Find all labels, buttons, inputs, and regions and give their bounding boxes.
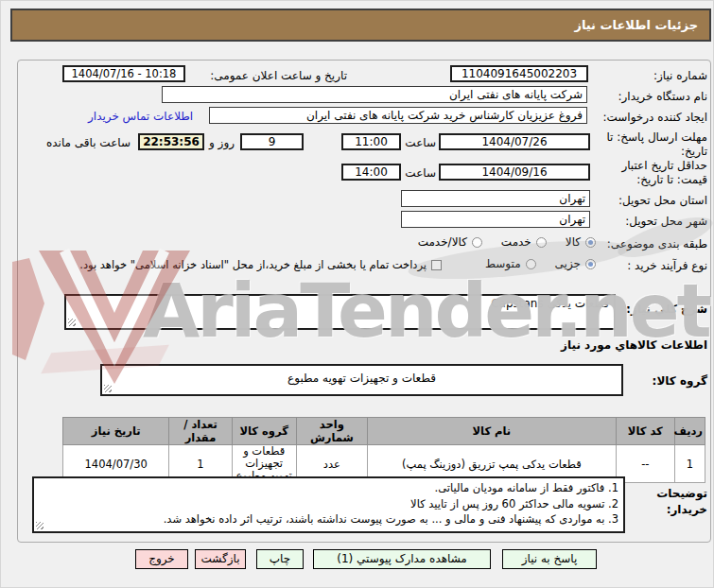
exit-button[interactable]: خروج <box>135 549 188 569</box>
resize-grip-icon[interactable] <box>36 522 44 529</box>
buyer-notes-textarea[interactable]: 1. فاکتور فقط از سامانه مودیان مالیاتی. … <box>32 476 625 533</box>
deadline-hour-label: ساعت <box>405 135 436 150</box>
delivery-city-field[interactable]: تهران <box>401 211 590 228</box>
price-validity-date-field[interactable]: 1404/09/16 <box>439 164 590 181</box>
days-remaining-field[interactable]: 9 <box>240 133 304 150</box>
process-type-radio-group: جزیی متوسط <box>485 256 596 271</box>
buyer-notes-label: توضیحات خریدار: <box>643 486 707 518</box>
goods-group-label: گروه کالا: <box>653 373 707 389</box>
buyer-org-field[interactable]: شرکت پایانه های نفتی ایران <box>162 86 587 103</box>
need-description-textarea[interactable]: قطعات یدکی Capstans <box>64 294 616 330</box>
radio-selected-icon[interactable] <box>585 259 596 269</box>
radio-icon[interactable] <box>536 237 547 248</box>
radio-label: متوسط <box>485 256 521 271</box>
announce-datetime-field[interactable]: 1404/07/16 - 10:18 <box>62 65 185 82</box>
col-header-row-number: ردیف <box>674 418 705 445</box>
goods-section-title: اطلاعات کالاهاي مورد نیاز <box>561 337 707 353</box>
treasury-payment-checkbox-row: پرداخت تمام یا بخشی از مبلغ خرید،از محل … <box>79 257 442 272</box>
tender-details-page: جزئیات اطلاعات نیاز شماره نیاز: 11040916… <box>0 0 714 588</box>
page-title: جزئیات اطلاعات نیاز <box>10 9 711 42</box>
buyer-org-label: نام دستگاه خریدار: <box>618 89 708 104</box>
response-deadline-time-field[interactable]: 11:00 <box>341 133 401 150</box>
radio-option-goods-service[interactable]: کالا/خدمت <box>418 234 482 250</box>
col-header-unit: واحد شمارش <box>296 418 367 445</box>
need-description-value: قطعات یدکی Capstans <box>71 297 609 310</box>
radio-label: جزیی <box>555 256 581 271</box>
delivery-city-label: شهر محل تحویل: <box>625 214 707 229</box>
respond-to-need-button[interactable]: پاسخ به نیاز <box>502 549 597 569</box>
radio-label: کالا <box>566 234 581 250</box>
classification-radio-group: کالا خدمت کالا/خدمت <box>418 234 596 250</box>
goods-group-textarea[interactable]: قطعات و تجهیزات تهویه مطبوع <box>100 364 623 396</box>
classification-label: طبقه بندی موضوعی: <box>607 236 707 251</box>
buyer-contact-link[interactable]: اطلاعات تماس خریدار <box>88 109 193 124</box>
goods-group-value: قطعات و تجهیزات تهویه مطبوع <box>107 367 617 385</box>
radio-icon[interactable] <box>526 259 536 269</box>
radio-option-medium[interactable]: متوسط <box>485 256 536 271</box>
process-type-label: نوع فرآیند خرید : <box>627 258 707 273</box>
cell-row-number: 1 <box>674 445 705 483</box>
radio-option-goods[interactable]: کالا <box>566 234 596 250</box>
resize-grip-icon[interactable] <box>68 319 76 326</box>
price-validity-time-field[interactable]: 14:00 <box>341 164 401 181</box>
resize-grip-icon[interactable] <box>104 385 112 392</box>
goods-table: ردیف کد کالا نام کالا واحد شمارش گروه کا… <box>62 417 705 483</box>
radio-option-service[interactable]: خدمت <box>501 234 547 250</box>
radio-label: خدمت <box>501 234 531 250</box>
request-creator-label: ایجاد کننده درخواست: <box>602 110 707 125</box>
response-deadline-label: مهلت ارسال پاسخ: تا تاریخ: <box>592 130 707 159</box>
need-number-field[interactable]: 1104091645002203 <box>450 65 588 82</box>
radio-selected-icon[interactable] <box>585 237 596 248</box>
radio-option-minor[interactable]: جزیی <box>555 256 596 271</box>
need-number-label: شماره نیاز: <box>653 68 707 83</box>
col-header-goods-name: نام کالا <box>367 418 616 445</box>
countdown-timer: 22:53:56 <box>138 133 204 150</box>
days-and-label: روز و <box>209 135 235 150</box>
request-creator-field[interactable]: فروغ عزیزیان کارشناس خرید شرکت پایانه ها… <box>209 107 587 124</box>
back-button[interactable]: بازگشت <box>195 549 246 569</box>
hours-remaining-label: ساعت باقی مانده <box>46 135 131 150</box>
view-attached-documents-button[interactable]: مشاهده مدارک پیوستي (1) <box>313 549 491 569</box>
need-description-label: شرح کلي نیاز: <box>626 302 707 317</box>
buyer-notes-value: 1. فاکتور فقط از سامانه مودیان مالیاتی. … <box>39 480 618 527</box>
response-deadline-date-field[interactable]: 1404/07/26 <box>439 133 590 150</box>
checkbox-icon[interactable] <box>431 260 442 270</box>
print-button[interactable]: چاپ <box>256 549 304 569</box>
col-header-goods-code: کد کالا <box>616 418 674 445</box>
validity-hour-label: ساعت <box>405 165 436 181</box>
treasury-payment-label: پرداخت تمام یا بخشی از مبلغ خرید،از محل … <box>79 257 427 272</box>
goods-table-header-row: ردیف کد کالا نام کالا واحد شمارش گروه کا… <box>63 418 705 445</box>
col-header-goods-group: گروه کالا <box>232 418 296 445</box>
delivery-province-label: استان محل تحویل: <box>618 193 707 208</box>
radio-label: کالا/خدمت <box>418 234 467 250</box>
announce-datetime-label: تاریخ و ساعت اعلان عمومی: <box>210 68 347 83</box>
radio-icon[interactable] <box>472 237 482 248</box>
delivery-province-field[interactable]: تهران <box>401 190 590 207</box>
col-header-quantity: تعداد / مقدار <box>169 418 232 445</box>
col-header-need-date: تاریخ نیاز <box>63 418 169 445</box>
price-validity-label: حداقل تاریخ اعتبار قیمت: تا تاریخ: <box>600 159 707 187</box>
